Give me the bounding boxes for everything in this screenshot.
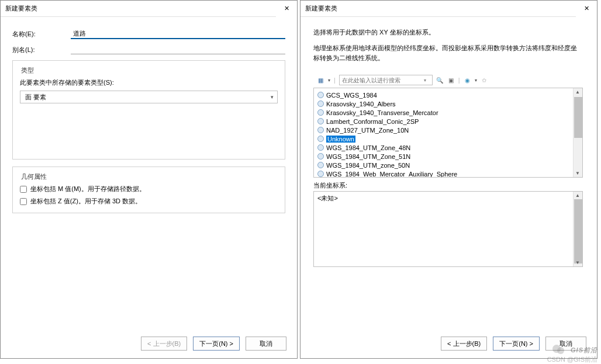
crs-item-label: Unknown [326,136,355,143]
geom-props-groupbox: 几何属性 坐标包括 M 值(M)。用于存储路径数据。 坐标包括 Z 值(Z)。用… [12,167,285,213]
new-feature-class-dialog-step1: 新建要素类 ✕ 名称(E): 别名(L): 类型 此要素类中所存储的要素类型(S… [0,0,298,359]
search-icon[interactable]: 🔍 [436,77,444,84]
current-crs-value: <未知> [317,195,338,202]
type-groupbox: 类型 此要素类中所存储的要素类型(S): 面 要素 ▾ [12,60,285,160]
globe-icon [317,171,324,177]
crs-item[interactable]: WGS_1984_UTM_Zone_48N [315,143,581,152]
scroll-up-icon[interactable]: ▲ [575,89,580,95]
scrollbar[interactable]: ▲ ▼ [573,192,582,266]
m-checkbox-label: 坐标包括 M 值(M)。用于存储路径数据。 [30,185,146,193]
close-button[interactable]: ✕ [576,1,597,17]
globe-icon [317,127,324,133]
crs-item-label: WGS_1984_UTM_Zone_51N [326,153,410,160]
crs-item[interactable]: WGS_1984_UTM_Zone_51N [315,152,581,161]
crs-item-label: NAD_1927_UTM_Zone_10N [326,127,409,134]
close-button[interactable]: ✕ [276,1,297,17]
scroll-thumb[interactable] [574,97,582,138]
next-button[interactable]: 下一页(N) > [493,337,540,351]
alias-label: 别名(L): [12,46,71,54]
crs-item[interactable]: Krasovsky_1940_Albers [315,99,581,108]
crs-item[interactable]: NAD_1927_UTM_Zone_10N [315,126,581,134]
geom-type-label: 此要素类中所存储的要素类型(S): [20,78,278,87]
titlebar: 新建要素类 ✕ [300,1,597,17]
new-feature-class-dialog-step2: 新建要素类 ✕ 选择将用于此数据中的 XY 坐标的坐标系。 地理坐标系使用地球表… [300,0,597,359]
globe-icon [317,136,324,142]
crs-item-label: WGS_1984_Web_Mercator_Auxiliary_Sphere [326,171,457,178]
wizard-button-bar: < 上一步(B) 下一页(N) > 取消 [441,337,586,351]
z-checkbox[interactable] [20,198,27,205]
z-checkbox-row[interactable]: 坐标包括 Z 值(Z)。用于存储 3D 数据。 [20,197,278,206]
scroll-down-icon[interactable]: ▼ [575,260,580,265]
globe-icon[interactable]: ◉ [464,77,471,84]
close-icon: ✕ [284,5,289,12]
separator: | [458,77,460,84]
scroll-thumb[interactable] [574,199,582,264]
back-button[interactable]: < 上一步(B) [441,337,487,351]
crs-item[interactable]: WGS_1984_UTM_zone_50N [315,161,581,169]
back-button: < 上一步(B) [141,337,187,351]
crs-item[interactable]: Lambert_Conformal_Conic_2SP [315,117,581,126]
crs-toolbar: ▦ ▾ | ▾ 🔍 ▣ | ◉ ▾ ✩ [317,75,583,85]
globe-dropdown-icon[interactable]: ▾ [475,78,477,83]
filter-dropdown-icon[interactable]: ▾ [328,78,330,83]
dialog-title: 新建要素类 [5,4,37,13]
type-group-title: 类型 [19,66,36,75]
name-label: 名称(E): [12,30,71,39]
crs-item[interactable]: GCS_WGS_1984 [315,91,581,99]
favorite-icon[interactable]: ✩ [481,77,488,84]
geom-props-title: 几何属性 [19,172,49,181]
m-checkbox[interactable] [20,186,27,193]
globe-icon [317,144,324,151]
crs-search-box[interactable]: ▾ [339,75,433,85]
m-checkbox-row[interactable]: 坐标包括 M 值(M)。用于存储路径数据。 [20,185,278,193]
globe-icon [317,92,324,98]
alias-input[interactable] [71,45,285,54]
instruction-text-2: 地理坐标系使用地球表面模型的经纬度坐标。而投影坐标系采用数学转换方法将纬度和经度… [313,43,583,63]
current-crs-label: 当前坐标系: [313,181,583,190]
close-icon: ✕ [584,5,589,12]
crs-search-input[interactable] [342,77,424,84]
filter-icon[interactable]: ▦ [317,77,324,84]
crs-item-label: Krasovsky_1940_Transverse_Mercator [326,109,438,116]
crs-item[interactable]: WGS_1984_Web_Mercator_Auxiliary_Sphere [315,169,581,178]
crs-item-label: Krasovsky_1940_Albers [326,100,396,108]
clear-search-icon[interactable]: ▾ [424,78,426,83]
import-icon[interactable]: ▣ [447,77,455,84]
cancel-button[interactable]: 取消 [545,337,586,351]
globe-icon [317,162,324,168]
cancel-button[interactable]: 取消 [246,337,286,351]
next-button[interactable]: 下一页(N) > [193,337,240,351]
separator: | [334,77,336,84]
crs-item[interactable]: Krasovsky_1940_Transverse_Mercator [315,108,581,117]
dialog-body: 名称(E): 别名(L): 类型 此要素类中所存储的要素类型(S): 面 要素 … [1,17,297,359]
globe-icon [317,109,324,116]
globe-icon [317,153,324,160]
scrollbar[interactable]: ▲ ▼ [573,88,582,177]
geom-type-select[interactable]: 面 要素 ▾ [20,91,278,103]
globe-icon [317,100,324,107]
geom-type-value: 面 要素 [25,93,46,102]
crs-item-label: WGS_1984_UTM_zone_50N [326,162,410,169]
scroll-up-icon[interactable]: ▲ [575,193,580,198]
wizard-button-bar: < 上一步(B) 下一页(N) > 取消 [141,337,286,351]
crs-listbox[interactable]: GCS_WGS_1984Krasovsky_1940_AlbersKrasovs… [313,88,583,178]
z-checkbox-label: 坐标包括 Z 值(Z)。用于存储 3D 数据。 [30,197,141,206]
crs-item-label: Lambert_Conformal_Conic_2SP [326,118,419,125]
chevron-down-icon: ▾ [271,94,274,100]
titlebar: 新建要素类 ✕ [1,1,297,17]
globe-icon [317,118,324,124]
dialog-body: 选择将用于此数据中的 XY 坐标的坐标系。 地理坐标系使用地球表面模型的经纬度坐… [300,17,597,359]
instruction-text-1: 选择将用于此数据中的 XY 坐标的坐标系。 [313,27,583,37]
current-crs-box: <未知> ▲ ▼ [313,191,583,267]
crs-item[interactable]: Unknown [315,134,581,143]
crs-item-label: GCS_WGS_1984 [326,92,377,99]
crs-item-label: WGS_1984_UTM_Zone_48N [326,144,410,151]
name-input[interactable] [71,29,285,39]
scroll-down-icon[interactable]: ▼ [575,171,580,176]
dialog-title: 新建要素类 [305,4,337,13]
